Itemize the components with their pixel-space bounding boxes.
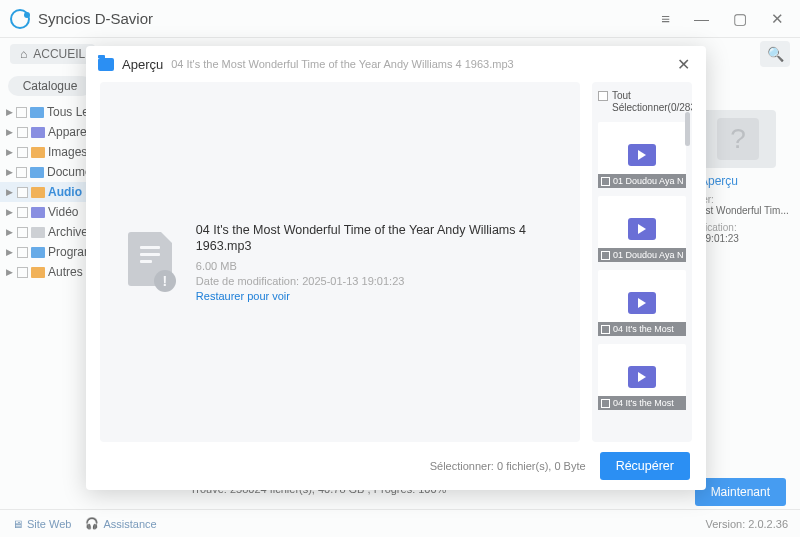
file-icon: ! [124,232,176,292]
thumb-caption: 01 Doudou Aya N [598,174,686,188]
modal-filename-header: 04 It's the Most Wonderful Time of the Y… [171,58,513,70]
warning-icon: ! [154,270,176,292]
preview-pane: ! 04 It's the Most Wonderful Time of the… [100,82,580,442]
selection-summary: Sélectionner: 0 fichier(s), 0 Byte [430,460,586,472]
thumb-checkbox[interactable] [601,325,610,334]
file-name: 04 It's the Most Wonderful Time of the Y… [196,222,556,255]
thumb-caption: 04 It's the Most [598,396,686,410]
thumb-item[interactable]: 01 Doudou Aya N [598,122,686,188]
thumbnails-column: Tout Sélectionner(0/283) 01 Doudou Aya N… [592,82,692,442]
thumb-checkbox[interactable] [601,251,610,260]
play-icon [628,144,656,166]
play-icon [628,292,656,314]
thumb-scrollbar[interactable] [685,112,690,146]
restore-link[interactable]: Restaurer pour voir [196,290,556,302]
thumb-caption: 01 Doudou Aya N [598,248,686,262]
recover-button[interactable]: Récupérer [600,452,690,480]
modal-header: Aperçu 04 It's the Most Wonderful Time o… [86,46,706,82]
preview-modal: Aperçu 04 It's the Most Wonderful Time o… [86,46,706,490]
file-size: 6.00 MB [196,260,556,272]
thumb-item[interactable]: 04 It's the Most [598,344,686,410]
modal-footer: Sélectionner: 0 fichier(s), 0 Byte Récup… [86,442,706,490]
play-icon [628,366,656,388]
play-icon [628,218,656,240]
thumb-item[interactable]: 01 Doudou Aya N [598,196,686,262]
thumb-caption: 04 It's the Most [598,322,686,336]
folder-icon [98,58,114,71]
thumb-checkbox[interactable] [601,177,610,186]
thumb-checkbox[interactable] [601,399,610,408]
select-all-checkbox[interactable] [598,91,608,101]
modal-title: Aperçu [122,57,163,72]
file-modified: Date de modification: 2025-01-13 19:01:2… [196,275,556,287]
select-all[interactable]: Tout Sélectionner(0/283) [598,90,686,114]
thumb-item[interactable]: 04 It's the Most [598,270,686,336]
modal-close-button[interactable]: ✕ [673,55,694,74]
